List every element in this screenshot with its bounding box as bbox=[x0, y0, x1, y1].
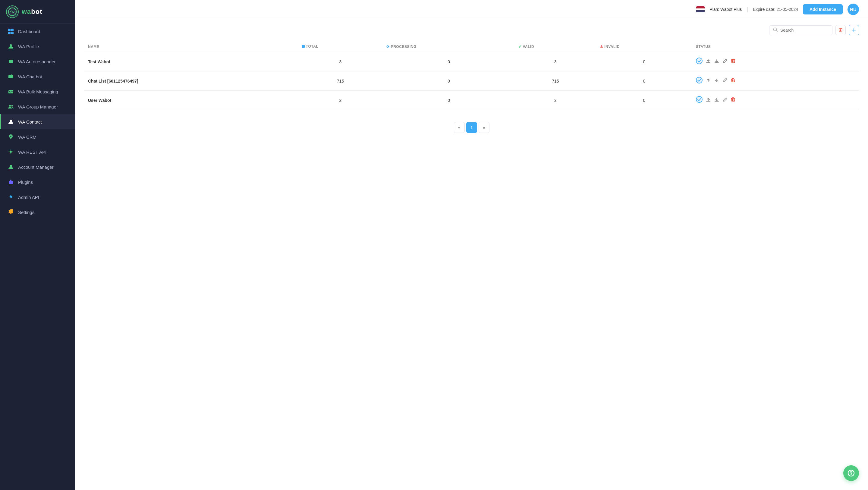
svg-point-9 bbox=[11, 76, 12, 77]
svg-point-8 bbox=[10, 76, 10, 77]
download-icon[interactable] bbox=[714, 58, 719, 65]
svg-point-11 bbox=[11, 105, 13, 107]
processing-badge-icon: ⟳ bbox=[386, 44, 390, 49]
content-area: NAME TOTAL ⟳ PROCESSING bbox=[75, 19, 868, 490]
cell-status bbox=[692, 91, 859, 110]
upload-icon[interactable] bbox=[706, 78, 711, 84]
plan-label: Plan: Wabot Plus bbox=[710, 7, 742, 12]
search-icon bbox=[773, 27, 778, 33]
sidebar-item-settings[interactable]: Settings bbox=[0, 205, 75, 220]
delete-button[interactable] bbox=[835, 25, 846, 35]
logo-icon bbox=[6, 5, 19, 18]
row-delete-icon[interactable] bbox=[731, 58, 736, 65]
table-row: Chat List [601125476497] 715 0 715 0 bbox=[84, 71, 859, 91]
th-name: NAME bbox=[84, 41, 298, 52]
topbar: Plan: Wabot Plus | Expire date: 21-05-20… bbox=[75, 0, 868, 19]
sidebar-item-admin-api[interactable]: Admin API bbox=[0, 189, 75, 205]
svg-line-19 bbox=[776, 30, 778, 32]
chatbot-icon bbox=[7, 73, 14, 80]
topbar-separator: | bbox=[747, 6, 748, 13]
valid-badge-icon: ✔ bbox=[518, 44, 522, 49]
cell-invalid: 0 bbox=[596, 52, 692, 71]
expire-label: Expire date: 21-05-2024 bbox=[753, 7, 798, 12]
account-icon bbox=[7, 164, 14, 170]
sidebar-label-dashboard: Dashboard bbox=[18, 29, 40, 34]
search-input[interactable] bbox=[780, 28, 829, 33]
cell-name: User Wabot bbox=[84, 91, 298, 110]
pagination-page-1[interactable]: 1 bbox=[466, 122, 477, 133]
sidebar-item-account-manager[interactable]: Account Manager bbox=[0, 159, 75, 175]
user-avatar[interactable]: NU bbox=[847, 4, 859, 15]
svg-rect-3 bbox=[11, 29, 13, 31]
cell-valid: 715 bbox=[515, 71, 596, 91]
sidebar-item-dashboard[interactable]: Dashboard bbox=[0, 24, 75, 39]
download-icon[interactable] bbox=[714, 97, 719, 104]
upload-icon[interactable] bbox=[706, 58, 711, 65]
cell-valid: 3 bbox=[515, 52, 596, 71]
pagination-prev[interactable]: « bbox=[454, 122, 465, 133]
sidebar-item-wa-crm[interactable]: WA CRM bbox=[0, 129, 75, 144]
svg-point-10 bbox=[9, 105, 11, 107]
sidebar-item-wa-contact[interactable]: WA Contact bbox=[0, 114, 75, 129]
content-toolbar bbox=[84, 25, 859, 35]
svg-rect-4 bbox=[8, 32, 10, 34]
cell-name: Test Wabot bbox=[84, 52, 298, 71]
cell-processing: 0 bbox=[383, 52, 515, 71]
sidebar-item-wa-chatbot[interactable]: WA Chatbot bbox=[0, 69, 75, 84]
plugins-icon bbox=[7, 179, 14, 185]
svg-point-14 bbox=[10, 151, 12, 153]
row-delete-icon[interactable] bbox=[731, 78, 736, 84]
flag bbox=[696, 6, 705, 12]
crm-icon bbox=[7, 133, 14, 140]
status-check-icon bbox=[696, 96, 703, 104]
status-check-icon bbox=[696, 58, 703, 66]
svg-point-23 bbox=[696, 58, 702, 64]
edit-icon[interactable] bbox=[722, 58, 727, 65]
total-badge-icon bbox=[302, 45, 305, 48]
table-row: User Wabot 2 0 2 0 bbox=[84, 91, 859, 110]
sidebar-item-wa-profile[interactable]: WA Profile bbox=[0, 39, 75, 54]
sidebar-item-wa-bulk-messaging[interactable]: WA Bulk Messaging bbox=[0, 84, 75, 99]
sidebar-label-account-manager: Account Manager bbox=[18, 164, 54, 170]
svg-rect-7 bbox=[8, 75, 13, 78]
search-box bbox=[769, 25, 832, 35]
download-icon[interactable] bbox=[714, 78, 719, 84]
group-icon bbox=[7, 103, 14, 110]
sidebar-label-wa-group-manager: WA Group Manager bbox=[18, 104, 58, 110]
profile-icon bbox=[7, 43, 14, 50]
edit-icon[interactable] bbox=[722, 97, 727, 103]
th-processing: ⟳ PROCESSING bbox=[383, 41, 515, 52]
sidebar-label-settings: Settings bbox=[18, 210, 34, 215]
edit-icon[interactable] bbox=[722, 78, 727, 84]
sidebar-label-admin-api: Admin API bbox=[18, 195, 39, 200]
add-button[interactable] bbox=[849, 25, 859, 35]
help-icon bbox=[847, 469, 855, 477]
th-valid: ✔ VALID bbox=[515, 41, 596, 52]
sidebar-label-wa-rest-api: WA REST API bbox=[18, 150, 46, 155]
sidebar-item-wa-rest-api[interactable]: WA REST API bbox=[0, 144, 75, 159]
svg-point-30 bbox=[851, 474, 851, 475]
svg-point-13 bbox=[10, 135, 11, 137]
help-fab[interactable] bbox=[843, 465, 859, 481]
sidebar-item-plugins[interactable]: Plugins bbox=[0, 175, 75, 189]
sidebar: wabot Dashboard WA Profile WA Autorespon… bbox=[0, 0, 75, 490]
svg-point-15 bbox=[10, 165, 12, 167]
cell-processing: 0 bbox=[383, 91, 515, 110]
invalid-badge-icon: ⚠ bbox=[600, 44, 603, 49]
row-delete-icon[interactable] bbox=[731, 97, 736, 103]
add-instance-button[interactable]: Add Instance bbox=[803, 4, 843, 14]
pagination-next[interactable]: » bbox=[478, 122, 490, 133]
sidebar-item-wa-group-manager[interactable]: WA Group Manager bbox=[0, 99, 75, 114]
main-area: Plan: Wabot Plus | Expire date: 21-05-20… bbox=[75, 0, 868, 490]
admin-icon bbox=[7, 194, 14, 201]
contact-icon bbox=[7, 118, 14, 125]
sidebar-item-wa-autoresponder[interactable]: WA Autoresponder bbox=[0, 54, 75, 69]
svg-rect-16 bbox=[10, 182, 10, 183]
svg-point-12 bbox=[10, 120, 12, 122]
dashboard-icon bbox=[7, 28, 14, 35]
sidebar-label-wa-autoresponder: WA Autoresponder bbox=[18, 59, 56, 64]
cell-status bbox=[692, 52, 859, 71]
svg-point-6 bbox=[10, 44, 12, 47]
upload-icon[interactable] bbox=[706, 97, 711, 104]
svg-rect-2 bbox=[8, 29, 10, 31]
